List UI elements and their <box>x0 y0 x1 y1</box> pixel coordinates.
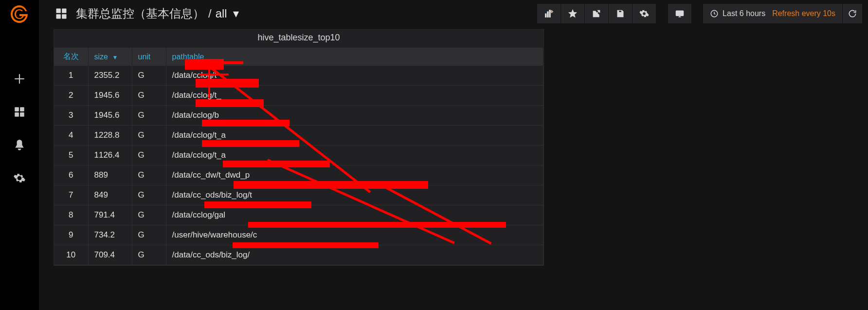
svg-rect-6 <box>56 14 61 18</box>
svg-rect-1 <box>20 107 24 111</box>
cell-path: /data/cc_ods/biz_log/t <box>166 185 543 205</box>
cell-rank: 1 <box>54 66 88 86</box>
cell-size: 849 <box>88 185 132 205</box>
svg-rect-0 <box>15 107 19 111</box>
cell-rank: 4 <box>54 126 88 146</box>
table-row[interactable]: 6889G/data/cc_dw/t_dwd_p <box>54 165 543 185</box>
refresh-button[interactable] <box>843 4 862 23</box>
cell-path: /data/cc_dw/t_dwd_p <box>166 165 543 185</box>
svg-rect-8 <box>545 14 547 18</box>
cell-path: /data/cc_ods/biz_log/ <box>166 245 543 265</box>
cell-unit: G <box>132 185 166 205</box>
cell-size: 791.4 <box>88 205 132 225</box>
cell-size: 734.2 <box>88 225 132 245</box>
cell-path: /data/cclog/t_ <box>166 86 543 106</box>
breadcrumb-separator: / <box>208 7 212 20</box>
topbar: 集群总监控（基本信息） / all ▾ Last 6 hours Re <box>39 0 868 27</box>
nav-add-icon[interactable] <box>10 69 29 89</box>
cell-rank: 5 <box>54 146 88 165</box>
col-header-rank[interactable]: 名次 <box>54 48 88 66</box>
col-header-size[interactable]: size ▼ <box>88 48 132 66</box>
data-table: 名次 size ▼ unit pathtable 12355.2G/data/c… <box>54 48 543 265</box>
cell-rank: 6 <box>54 165 88 185</box>
svg-rect-9 <box>547 12 549 18</box>
cycle-view-button[interactable] <box>668 4 691 23</box>
dashboards-icon[interactable] <box>54 6 69 21</box>
cell-size: 2355.2 <box>88 66 132 86</box>
cell-rank: 7 <box>54 185 88 205</box>
cell-unit: G <box>132 205 166 225</box>
svg-rect-2 <box>15 112 19 117</box>
nav-alerts-icon[interactable] <box>10 135 29 155</box>
refresh-interval-label: Refresh every 10s <box>772 9 835 18</box>
table-row[interactable]: 9734.2G/user/hive/warehouse/c <box>54 225 543 245</box>
cell-unit: G <box>132 66 166 86</box>
svg-rect-4 <box>56 9 61 13</box>
star-button[interactable] <box>561 4 584 23</box>
share-button[interactable] <box>585 4 608 23</box>
col-header-pathtable[interactable]: pathtable <box>166 48 543 66</box>
table-panel: hive_tablesize_top10 名次 size ▼ unit path… <box>54 29 544 266</box>
cell-rank: 3 <box>54 106 88 126</box>
cell-size: 1126.4 <box>88 146 132 165</box>
cell-size: 1228.8 <box>88 126 132 146</box>
table-row[interactable]: 41228.8G/data/cclog/t_a <box>54 126 543 146</box>
dashboard-title[interactable]: 集群总监控（基本信息） <box>76 6 204 21</box>
cell-path: /data/cclog/b <box>166 106 543 126</box>
grafana-logo[interactable] <box>10 4 29 23</box>
svg-rect-11 <box>676 11 684 16</box>
cell-path: /data/cclog/gal <box>166 205 543 225</box>
svg-rect-3 <box>20 112 24 117</box>
cell-size: 1945.6 <box>88 106 132 126</box>
chevron-down-icon: ▾ <box>233 7 239 20</box>
nav-rail <box>0 0 39 310</box>
table-row[interactable]: 8791.4G/data/cclog/gal <box>54 205 543 225</box>
table-row[interactable]: 31945.6G/data/cclog/b <box>54 106 543 126</box>
cell-unit: G <box>132 126 166 146</box>
cell-size: 709.4 <box>88 245 132 265</box>
cell-unit: G <box>132 245 166 265</box>
sort-desc-icon: ▼ <box>112 54 118 61</box>
save-button[interactable] <box>609 4 632 23</box>
cell-unit: G <box>132 146 166 165</box>
cell-rank: 10 <box>54 245 88 265</box>
svg-rect-5 <box>62 9 66 13</box>
nav-dashboards-icon[interactable] <box>10 102 29 122</box>
settings-button[interactable] <box>633 4 656 23</box>
svg-rect-7 <box>62 14 66 18</box>
template-variable[interactable]: all ▾ <box>216 7 239 20</box>
table-row[interactable]: 10709.4G/data/cc_ods/biz_log/ <box>54 245 543 265</box>
cell-path: /data/cclog/t_a <box>166 126 543 146</box>
time-range-picker[interactable]: Last 6 hours Refresh every 10s <box>703 4 842 23</box>
nav-settings-icon[interactable] <box>10 168 29 188</box>
cell-unit: G <box>132 165 166 185</box>
template-variable-value: all <box>216 7 227 20</box>
table-row[interactable]: 51126.4G/data/cclog/t_a <box>54 146 543 165</box>
cell-rank: 9 <box>54 225 88 245</box>
table-row[interactable]: 7849G/data/cc_ods/biz_log/t <box>54 185 543 205</box>
cell-path: /user/hive/warehouse/c <box>166 225 543 245</box>
cell-unit: G <box>132 225 166 245</box>
cell-size: 889 <box>88 165 132 185</box>
table-row[interactable]: 12355.2G/data/cclog/t_ <box>54 66 543 86</box>
cell-rank: 2 <box>54 86 88 106</box>
cell-unit: G <box>132 86 166 106</box>
cell-path: /data/cclog/t_ <box>166 66 543 86</box>
cell-path: /data/cclog/t_a <box>166 146 543 165</box>
col-header-unit[interactable]: unit <box>132 48 166 66</box>
table-row[interactable]: 21945.6G/data/cclog/t_ <box>54 86 543 106</box>
panel-title[interactable]: hive_tablesize_top10 <box>54 30 543 48</box>
time-range-label: Last 6 hours <box>723 9 765 18</box>
add-panel-button[interactable] <box>537 4 561 23</box>
cell-size: 1945.6 <box>88 86 132 106</box>
col-header-size-label: size <box>94 53 108 61</box>
cell-unit: G <box>132 106 166 126</box>
cell-rank: 8 <box>54 205 88 225</box>
